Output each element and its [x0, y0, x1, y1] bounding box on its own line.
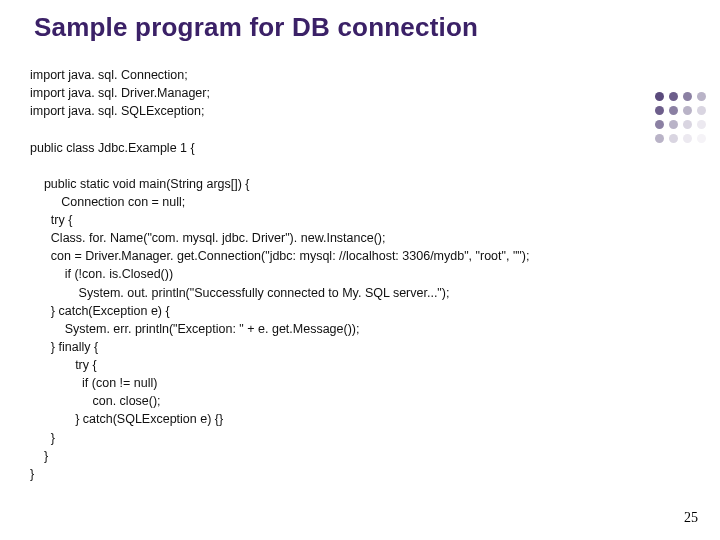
code-line: if (con != null) [30, 376, 157, 390]
code-line: public class Jdbc.Example 1 { [30, 141, 195, 155]
code-line: try { [30, 358, 97, 372]
code-line: } catch(SQLException e) {} [30, 412, 223, 426]
code-line: import java. sql. SQLException; [30, 104, 204, 118]
code-line: } [30, 449, 48, 463]
code-line: System. err. println("Exception: " + e. … [30, 322, 359, 336]
code-line: System. out. println("Successfully conne… [30, 286, 449, 300]
code-block: import java. sql. Connection; import jav… [30, 66, 700, 483]
slide: Sample program for DB connection import … [0, 0, 720, 540]
code-line: try { [30, 213, 72, 227]
slide-title: Sample program for DB connection [34, 12, 478, 43]
code-line: } catch(Exception e) { [30, 304, 170, 318]
code-line: import java. sql. Driver.Manager; [30, 86, 210, 100]
code-line: Connection con = null; [30, 195, 185, 209]
code-line: con. close(); [30, 394, 161, 408]
code-line: if (!con. is.Closed()) [30, 267, 173, 281]
code-line: import java. sql. Connection; [30, 68, 188, 82]
page-number: 25 [684, 510, 698, 526]
code-line: Class. for. Name("com. mysql. jdbc. Driv… [30, 231, 386, 245]
code-line: } [30, 431, 55, 445]
code-line: } [30, 467, 34, 481]
code-line: public static void main(String args[]) { [30, 177, 250, 191]
code-line: } finally { [30, 340, 98, 354]
code-line: con = Driver.Manager. get.Connection("jd… [30, 249, 529, 263]
